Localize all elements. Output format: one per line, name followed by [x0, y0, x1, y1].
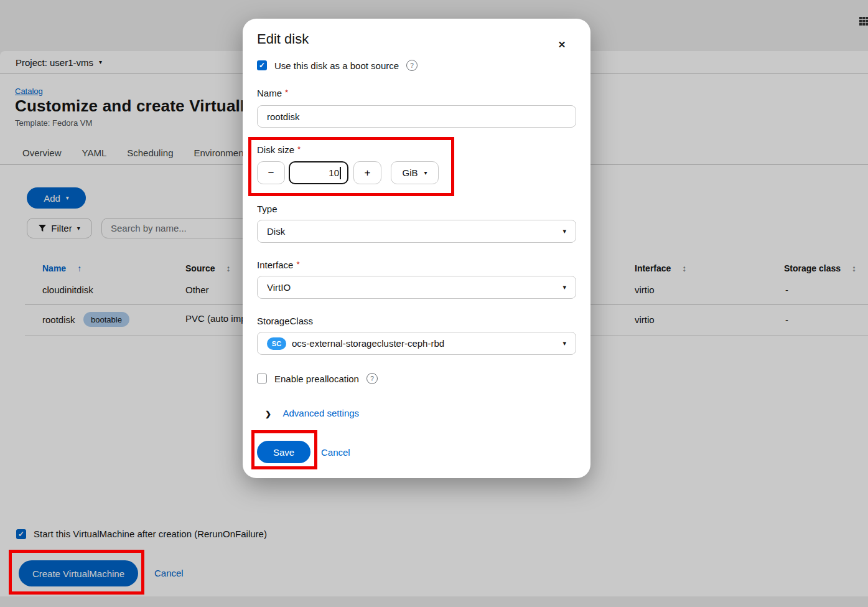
interface-value: VirtIO	[267, 282, 291, 293]
required-asterisk: *	[296, 260, 299, 269]
preallocation-checkbox[interactable]	[257, 374, 267, 383]
text-cursor	[340, 167, 341, 179]
type-dropdown[interactable]: Disk ▾	[257, 220, 576, 243]
advanced-settings-label: Advanced settings	[283, 408, 360, 418]
interface-field-label: Interface*	[257, 260, 299, 271]
disk-size-unit-value: GiB	[402, 167, 418, 178]
disk-size-input[interactable]: 10	[289, 161, 348, 184]
close-icon[interactable]: ✕	[553, 36, 571, 54]
disk-size-unit-dropdown[interactable]: GiB ▾	[391, 161, 439, 184]
modal-cancel-link[interactable]: Cancel	[321, 447, 350, 458]
disk-size-decrement-button[interactable]: −	[257, 161, 285, 184]
storageclass-badge: SC	[267, 337, 286, 350]
boot-source-label: Use this disk as a boot source	[274, 60, 399, 71]
check-icon: ✓	[259, 61, 265, 70]
minus-icon: −	[268, 167, 274, 179]
disk-size-label: Disk size*	[257, 144, 301, 156]
type-field-label: Type	[257, 204, 278, 214]
preallocation-row: Enable preallocation ?	[257, 373, 378, 384]
boot-source-row: ✓ Use this disk as a boot source ?	[257, 60, 418, 71]
disk-size-increment-button[interactable]: +	[353, 161, 381, 184]
storageclass-value: ocs-external-storagecluster-ceph-rbd	[292, 338, 444, 349]
required-asterisk: *	[297, 144, 301, 154]
chevron-right-icon: ❯	[265, 410, 271, 418]
modal-title: Edit disk	[257, 31, 309, 47]
storageclass-field-label: StorageClass	[257, 316, 313, 326]
screen: Project: user1-vms ▾ Catalog Customize a…	[0, 0, 868, 607]
type-value: Disk	[267, 226, 285, 237]
plus-icon: +	[365, 167, 371, 179]
caret-down-icon: ▾	[562, 283, 566, 291]
name-field-label: Name*	[257, 88, 288, 99]
storageclass-dropdown[interactable]: SC ocs-external-storagecluster-ceph-rbd …	[257, 332, 576, 355]
caret-down-icon: ▾	[424, 170, 427, 176]
caret-down-icon: ▾	[562, 227, 566, 235]
caret-down-icon: ▾	[562, 339, 566, 347]
disk-size-value: 10	[329, 167, 339, 178]
edit-disk-modal: Edit disk ✕ ✓ Use this disk as a boot so…	[243, 19, 590, 478]
preallocation-label: Enable preallocation	[274, 374, 359, 384]
help-icon[interactable]: ?	[406, 60, 418, 71]
help-icon[interactable]: ?	[366, 373, 378, 384]
boot-source-checkbox[interactable]: ✓	[257, 60, 267, 70]
required-asterisk: *	[285, 88, 288, 97]
save-button[interactable]: Save	[257, 441, 310, 463]
interface-dropdown[interactable]: VirtIO ▾	[257, 276, 576, 299]
advanced-settings-toggle[interactable]: ❯ Advanced settings	[265, 408, 359, 419]
disk-name-input[interactable]	[257, 105, 576, 128]
